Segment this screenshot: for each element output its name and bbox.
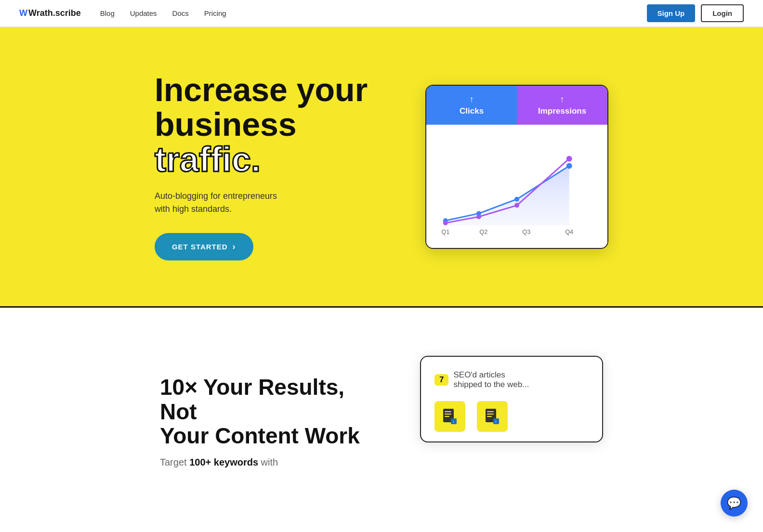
svg-point-8	[566, 156, 572, 161]
hero-heading-traffic: traffic.	[155, 140, 261, 179]
nav-blog[interactable]: Blog	[100, 9, 115, 17]
articles-card: 7 SEO'd articlesshipped to the web... ↑	[420, 356, 603, 442]
navbar: WWrath.scribe Blog Updates Docs Pricing …	[0, 0, 763, 27]
section2-heading: 10× Your Results, Not Your Content Work	[160, 375, 372, 448]
tab-impressions[interactable]: ↑ Impressions	[517, 86, 607, 125]
articles-icons: ↑ ↑	[434, 401, 589, 432]
nav-updates[interactable]: Updates	[130, 9, 157, 17]
svg-point-4	[566, 163, 572, 169]
clicks-arrow-icon: ↑	[470, 94, 474, 104]
logo-w: W	[19, 8, 27, 18]
get-started-arrow: ›	[233, 242, 236, 252]
svg-rect-16	[445, 416, 449, 417]
svg-rect-15	[445, 414, 451, 415]
hero-text: Increase your business traffic. Auto-blo…	[155, 73, 368, 260]
nav-actions: Sign Up Login	[647, 4, 744, 22]
section2-sub-prefix: Target	[160, 457, 189, 467]
signup-button[interactable]: Sign Up	[647, 4, 696, 22]
svg-point-7	[514, 203, 519, 208]
hero-heading-line2: business	[155, 106, 297, 143]
svg-text:Q1: Q1	[441, 228, 449, 235]
clicks-label: Clicks	[460, 106, 484, 116]
hero-heading-line1: Increase your	[155, 71, 368, 108]
nav-pricing[interactable]: Pricing	[204, 9, 226, 17]
get-started-button[interactable]: GET STARTED ›	[155, 233, 253, 260]
nav-docs[interactable]: Docs	[172, 9, 189, 17]
section2-sub-suffix: with	[258, 457, 278, 467]
nav-links: Blog Updates Docs Pricing	[100, 9, 647, 17]
svg-text:Q3: Q3	[522, 228, 530, 235]
hero-section: Increase your business traffic. Auto-blo…	[0, 27, 763, 306]
section2-heading-line2: Your Content Work	[160, 423, 360, 448]
svg-text:Q4: Q4	[565, 228, 573, 235]
login-button[interactable]: Login	[701, 4, 744, 22]
chat-icon: 💬	[727, 496, 741, 497]
svg-rect-14	[445, 411, 451, 412]
section2-text: 10× Your Results, Not Your Content Work …	[160, 356, 372, 468]
article-icon-2: ↑	[477, 401, 508, 432]
svg-rect-20	[487, 411, 494, 412]
section2-sub-bold: 100+ keywords	[189, 457, 258, 467]
impressions-label: Impressions	[538, 106, 586, 116]
svg-point-3	[514, 196, 519, 201]
svg-rect-21	[487, 414, 494, 415]
chart-body: Q1 Q2 Q3 Q4	[426, 125, 607, 248]
svg-text:↑: ↑	[452, 419, 455, 424]
chart-svg: Q1 Q2 Q3 Q4	[436, 134, 598, 240]
section2: 10× Your Results, Not Your Content Work …	[0, 306, 763, 497]
svg-point-5	[443, 221, 448, 225]
articles-text: SEO'd articlesshipped to the web...	[453, 370, 529, 389]
articles-badge: 7	[434, 374, 448, 386]
impressions-arrow-icon: ↑	[560, 94, 565, 104]
svg-rect-22	[487, 416, 492, 417]
logo-text: Wrath.scribe	[28, 8, 81, 18]
hero-heading: Increase your business traffic.	[155, 73, 368, 178]
svg-point-6	[476, 214, 481, 219]
chart-tabs: ↑ Clicks ↑ Impressions	[426, 86, 607, 125]
hero-subtext: Auto-blogging for entrepreneurswith high…	[155, 190, 368, 216]
articles-header: 7 SEO'd articlesshipped to the web...	[434, 370, 589, 389]
tab-clicks[interactable]: ↑ Clicks	[426, 86, 517, 125]
section2-sub: Target 100+ keywords with	[160, 457, 372, 468]
svg-text:↑: ↑	[495, 419, 497, 424]
get-started-label: GET STARTED	[172, 243, 228, 251]
section2-heading-line1: 10× Your Results, Not	[160, 375, 344, 424]
chart-card: ↑ Clicks ↑ Impressions	[425, 85, 608, 249]
svg-text:Q2: Q2	[479, 228, 487, 235]
logo[interactable]: WWrath.scribe	[19, 8, 81, 18]
article-icon-1: ↑	[434, 401, 465, 432]
